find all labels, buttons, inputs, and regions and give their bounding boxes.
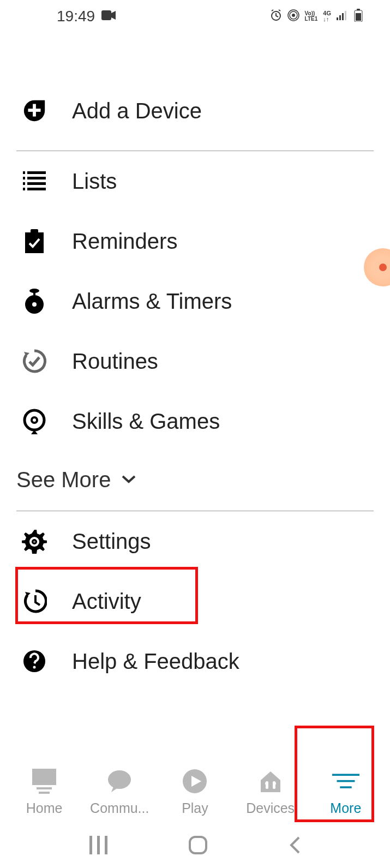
svg-rect-18 — [23, 182, 25, 185]
svg-rect-20 — [23, 188, 25, 190]
svg-rect-17 — [27, 177, 46, 179]
main-menu: Add a Device Lists Reminders Alarms & Ti… — [0, 33, 390, 691]
home-icon — [31, 768, 58, 795]
back-button[interactable] — [288, 835, 301, 857]
list-icon — [22, 169, 47, 194]
lists-label: Lists — [72, 169, 117, 194]
reminders-label: Reminders — [72, 229, 177, 254]
routines-icon — [22, 349, 47, 374]
nav-item-home[interactable]: Home — [8, 768, 81, 816]
android-system-nav — [0, 824, 390, 868]
svg-rect-23 — [25, 232, 44, 253]
status-bar: 19:49 Vo))LTE1 4G↓↑ — [0, 0, 390, 33]
alarm-icon — [270, 9, 282, 23]
gear-icon — [22, 529, 47, 554]
svg-rect-37 — [37, 787, 52, 789]
hotspot-icon — [287, 9, 299, 23]
see-more-label: See More — [16, 468, 111, 492]
skills-icon — [22, 409, 47, 434]
svg-rect-15 — [27, 171, 46, 174]
more-menu-icon — [332, 768, 359, 795]
svg-rect-48 — [89, 836, 92, 854]
svg-rect-8 — [345, 11, 346, 20]
nav-home-label: Home — [26, 800, 63, 816]
svg-rect-49 — [97, 836, 100, 854]
svg-rect-51 — [190, 837, 206, 853]
svg-rect-11 — [356, 13, 361, 21]
svg-rect-14 — [23, 171, 25, 174]
skills-label: Skills & Games — [72, 409, 220, 434]
menu-item-lists[interactable]: Lists — [16, 151, 374, 211]
history-icon — [22, 589, 47, 614]
svg-rect-16 — [23, 177, 25, 179]
menu-item-alarms[interactable]: Alarms & Timers — [16, 271, 374, 331]
svg-rect-47 — [340, 786, 351, 788]
nav-item-play[interactable]: Play — [158, 768, 232, 816]
see-more-toggle[interactable]: See More — [16, 451, 374, 511]
signal-icon — [337, 10, 349, 22]
nav-item-communicate[interactable]: Commu... — [83, 768, 157, 816]
svg-point-35 — [33, 666, 36, 669]
help-label: Help & Feedback — [72, 649, 239, 674]
menu-item-activity[interactable]: Activity — [16, 571, 374, 631]
menu-item-add-device[interactable]: Add a Device — [16, 81, 374, 151]
battery-icon — [354, 9, 363, 24]
status-right: Vo))LTE1 4G↓↑ — [270, 9, 363, 24]
nav-communicate-label: Commu... — [90, 800, 149, 816]
add-plus-icon — [22, 98, 47, 123]
home-button[interactable] — [188, 835, 208, 857]
camera-icon — [101, 10, 116, 22]
activity-label: Activity — [72, 589, 141, 614]
svg-rect-5 — [337, 17, 338, 20]
svg-rect-13 — [33, 104, 36, 117]
nav-more-label: More — [330, 800, 361, 816]
svg-rect-25 — [33, 292, 35, 295]
svg-point-30 — [33, 418, 36, 422]
bottom-nav: Home Commu... Play Devices More — [0, 753, 390, 824]
menu-item-help[interactable]: Help & Feedback — [16, 631, 374, 691]
svg-point-39 — [108, 770, 131, 789]
record-dot-icon — [379, 264, 387, 271]
play-icon — [181, 768, 208, 795]
chat-icon — [106, 768, 133, 795]
alarms-label: Alarms & Timers — [72, 289, 232, 314]
menu-item-settings[interactable]: Settings — [16, 511, 374, 571]
menu-item-routines[interactable]: Routines — [16, 331, 374, 391]
help-icon — [22, 649, 47, 674]
routines-label: Routines — [72, 349, 158, 374]
svg-rect-0 — [101, 10, 111, 20]
alarm-clock-icon — [22, 289, 47, 314]
svg-rect-36 — [32, 769, 56, 785]
svg-rect-6 — [339, 15, 341, 20]
status-left: 19:49 — [57, 8, 116, 25]
nav-devices-label: Devices — [246, 800, 295, 816]
volte-icon: Vo))LTE1 — [305, 11, 318, 22]
svg-rect-38 — [39, 792, 50, 794]
svg-rect-46 — [337, 780, 355, 782]
nav-play-label: Play — [182, 800, 208, 816]
add-device-label: Add a Device — [72, 99, 202, 123]
svg-rect-7 — [342, 13, 344, 20]
menu-item-reminders[interactable]: Reminders — [16, 211, 374, 271]
status-time: 19:49 — [57, 8, 95, 25]
svg-point-44 — [273, 782, 276, 785]
settings-label: Settings — [72, 529, 151, 554]
svg-rect-45 — [332, 774, 359, 776]
nav-item-more[interactable]: More — [309, 768, 382, 816]
svg-point-2 — [292, 14, 295, 17]
svg-point-43 — [265, 782, 268, 785]
chevron-down-icon — [121, 474, 137, 486]
recents-button[interactable] — [89, 836, 108, 857]
nav-item-devices[interactable]: Devices — [233, 768, 307, 816]
svg-rect-21 — [27, 188, 46, 190]
svg-rect-50 — [105, 836, 107, 854]
network-4g-icon: 4G↓↑ — [323, 10, 331, 22]
devices-icon — [257, 768, 284, 795]
clipboard-check-icon — [22, 229, 47, 254]
svg-rect-19 — [27, 182, 46, 185]
svg-point-33 — [33, 541, 35, 543]
svg-point-27 — [32, 302, 37, 307]
menu-item-skills[interactable]: Skills & Games — [16, 391, 374, 451]
